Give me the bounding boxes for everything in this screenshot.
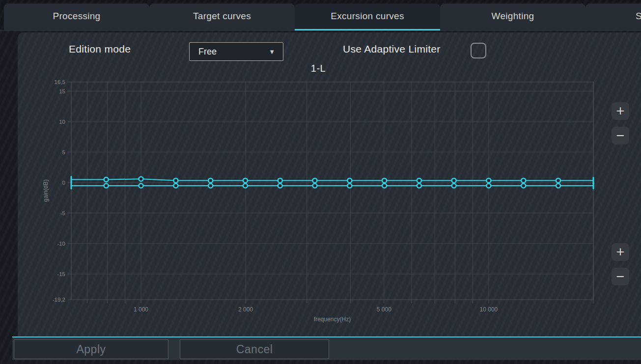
x-tick-label: 2 000 <box>238 306 253 313</box>
curve-point[interactable] <box>382 178 387 183</box>
y-tick-label: 5 <box>62 149 65 155</box>
curve-point[interactable] <box>556 183 560 188</box>
curve-point[interactable] <box>243 178 248 183</box>
curve-point[interactable] <box>104 183 109 188</box>
x-axis-label: frequency(Hz) <box>314 316 351 323</box>
curve-point[interactable] <box>452 178 456 183</box>
tab-processing[interactable]: Processing <box>4 3 149 30</box>
curve-point[interactable] <box>347 183 352 188</box>
y-tick-label: -10 <box>57 241 65 247</box>
tab-target-curves[interactable]: Target curves <box>149 3 295 30</box>
excursion-curves-panel: Edition mode Free ▼ Use Adaptive Limiter… <box>18 32 641 337</box>
cancel-button[interactable]: Cancel <box>180 339 329 359</box>
plus-icon: + <box>616 104 625 118</box>
curve-point[interactable] <box>556 178 560 183</box>
curve-point[interactable] <box>139 177 143 181</box>
x-tick-label: 10 000 <box>480 306 498 313</box>
curve-point[interactable] <box>173 183 178 188</box>
tab-bar: Processing Target curves Excursion curve… <box>0 0 641 31</box>
zoom-in-button-lower[interactable]: + <box>612 243 629 261</box>
y-tick-label: 0 <box>62 180 65 186</box>
apply-button[interactable]: Apply <box>14 339 168 359</box>
y-tick-label: -15 <box>57 271 65 277</box>
curve-point[interactable] <box>382 183 387 188</box>
curve-point[interactable] <box>417 183 421 188</box>
curve-point[interactable] <box>243 183 248 188</box>
y-tick-label: 16,5 <box>55 79 65 85</box>
y-tick-label: 15 <box>59 88 65 94</box>
y-tick-label: 10 <box>59 119 65 125</box>
curve-point[interactable] <box>278 178 282 183</box>
zoom-out-button-lower[interactable]: − <box>612 268 629 285</box>
curve-point[interactable] <box>347 178 352 183</box>
curve-point[interactable] <box>521 178 526 183</box>
x-tick-label: 1 000 <box>134 306 148 313</box>
curve-point[interactable] <box>312 183 317 188</box>
curve-point[interactable] <box>104 177 109 182</box>
curve-point[interactable] <box>486 183 491 188</box>
app-window: Processing Target curves Excursion curve… <box>0 0 641 364</box>
excursion-chart: 16,5151050-5-10-15-19,21 0002 0005 00010… <box>18 32 641 337</box>
tab-weighting[interactable]: Weighting <box>440 3 585 30</box>
curve-point[interactable] <box>417 178 421 183</box>
tab-su-truncated[interactable]: Su <box>585 3 641 30</box>
plot-border <box>71 82 593 300</box>
curve-point[interactable] <box>452 183 456 188</box>
curve-point[interactable] <box>208 183 213 188</box>
y-axis-label: gain(dB) <box>42 179 49 201</box>
y-tick-label: -19,2 <box>53 297 65 303</box>
curve-point[interactable] <box>312 178 317 183</box>
zoom-in-button-upper[interactable]: + <box>612 102 629 120</box>
curve-point[interactable] <box>486 178 491 183</box>
tab-excursion-curves[interactable]: Excursion curves <box>295 3 440 30</box>
x-tick-label: 5 000 <box>377 306 391 313</box>
y-tick-label: -5 <box>60 210 65 216</box>
zoom-out-button-upper[interactable]: − <box>612 127 629 144</box>
curve-point[interactable] <box>208 178 213 183</box>
curve-point[interactable] <box>173 178 178 183</box>
curve-point[interactable] <box>521 183 526 188</box>
minus-icon: − <box>616 128 625 143</box>
minus-icon: − <box>616 269 625 284</box>
curve-point[interactable] <box>139 183 143 188</box>
upper-excursion-curve[interactable] <box>71 179 593 180</box>
plus-icon: + <box>616 245 625 259</box>
curve-point[interactable] <box>278 183 282 188</box>
footer-bar: Apply Cancel <box>12 337 641 360</box>
